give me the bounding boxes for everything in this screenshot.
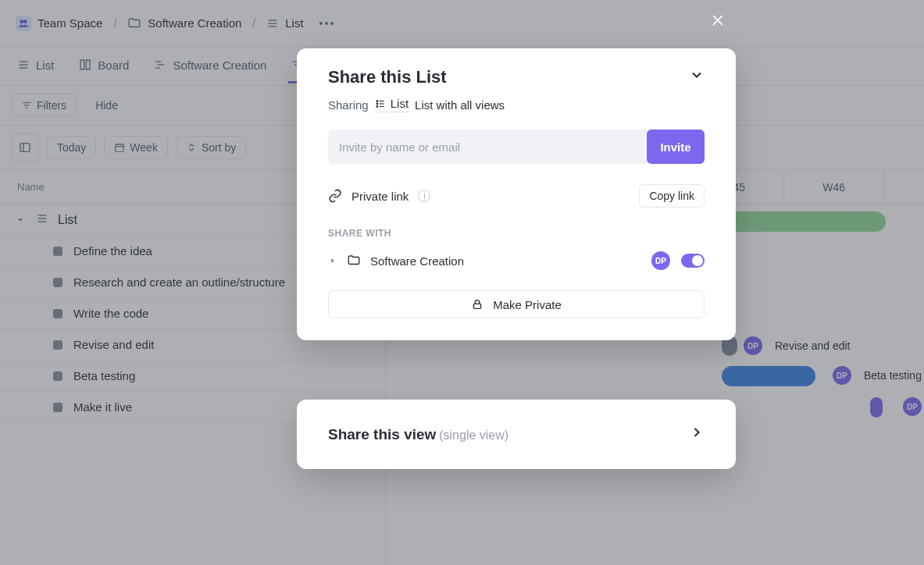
close-icon bbox=[710, 12, 726, 28]
share-view-modal[interactable]: Share this view (single view) bbox=[297, 400, 736, 469]
share-view-title: Share this view bbox=[328, 426, 436, 442]
modal-overlay[interactable]: Share this List Sharing List List with a… bbox=[0, 0, 924, 565]
collapse-button[interactable] bbox=[689, 67, 705, 87]
chevron-right-icon bbox=[328, 256, 337, 265]
close-button[interactable] bbox=[707, 9, 729, 31]
svg-point-30 bbox=[376, 100, 378, 101]
link-icon bbox=[328, 189, 342, 203]
share-list-modal: Share this List Sharing List List with a… bbox=[297, 48, 736, 340]
folder-icon bbox=[347, 254, 361, 268]
share-with-item: Software Creation bbox=[370, 254, 464, 268]
copy-link-button[interactable]: Copy link bbox=[639, 184, 705, 208]
expand-button[interactable] bbox=[328, 254, 337, 268]
invite-button[interactable]: Invite bbox=[647, 130, 705, 164]
private-link-label: Private link bbox=[351, 190, 408, 203]
share-view-sub: (single view) bbox=[439, 428, 508, 442]
lock-icon bbox=[471, 298, 483, 311]
modal-title: Share this List bbox=[328, 67, 447, 87]
expand-view-button[interactable] bbox=[689, 425, 705, 444]
make-private-label: Make Private bbox=[493, 298, 562, 311]
share-toggle[interactable] bbox=[681, 254, 705, 268]
svg-point-31 bbox=[376, 103, 378, 105]
chevron-right-icon bbox=[689, 425, 705, 440]
chevron-down-icon bbox=[689, 67, 705, 83]
svg-point-32 bbox=[376, 105, 378, 107]
avatar[interactable]: DP bbox=[651, 251, 670, 270]
make-private-button[interactable]: Make Private bbox=[328, 290, 705, 318]
sharing-scope[interactable]: List bbox=[375, 97, 408, 112]
share-with-header: SHARE WITH bbox=[328, 228, 705, 239]
sharing-desc: List with all views bbox=[415, 98, 505, 112]
sharing-item: List bbox=[391, 97, 408, 110]
info-icon[interactable]: i bbox=[418, 190, 430, 202]
list-icon bbox=[375, 98, 386, 109]
invite-input[interactable] bbox=[328, 130, 647, 164]
sharing-label: Sharing bbox=[328, 98, 369, 112]
svg-rect-36 bbox=[474, 304, 481, 308]
